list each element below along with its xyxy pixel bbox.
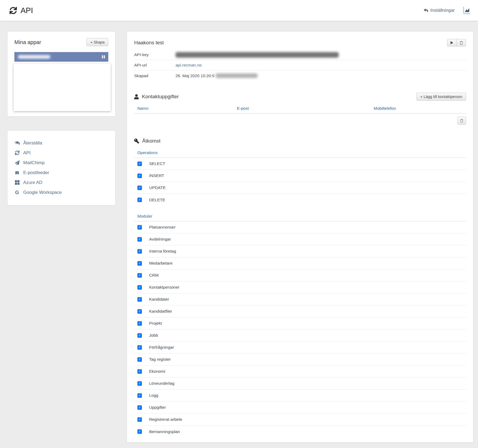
checkbox-checked[interactable]: ✓ (137, 297, 142, 302)
module-row[interactable]: ✓Jobb (134, 329, 466, 341)
module-row[interactable]: ✓Platsannonser (134, 221, 466, 233)
sidebar-item-mailchimp[interactable]: MailChimp (14, 158, 108, 168)
module-label: Kandidater (149, 297, 169, 302)
settings-link[interactable]: Inställningar (424, 8, 455, 13)
checkbox-checked[interactable]: ✓ (137, 261, 142, 266)
module-row[interactable]: ✓Kandidater (134, 293, 466, 305)
trash-icon (460, 41, 463, 45)
module-label: Logg (149, 393, 158, 398)
operation-row[interactable]: ✓ UPDATE (134, 182, 466, 194)
module-row[interactable]: ✓Projekt (134, 317, 466, 329)
app-details-table: API-key API-url api.recman.no Skapad 26.… (134, 50, 466, 81)
api-url-link[interactable]: api.recman.no (176, 63, 202, 68)
operation-label: DELETE (149, 198, 165, 202)
module-label: Medarbetare (149, 261, 173, 266)
paper-plane-icon (14, 160, 20, 165)
checkbox-checked[interactable]: ✓ (137, 174, 142, 178)
module-label: Bemanningsplan (149, 429, 180, 434)
contacts-col-mobile: Mobiltelefon (374, 106, 451, 111)
module-label: Förfrågningar (149, 345, 174, 350)
checkbox-checked[interactable]: ✓ (137, 285, 142, 290)
google-icon: G (14, 190, 20, 195)
checkbox-checked[interactable]: ✓ (137, 198, 142, 202)
module-row[interactable]: ✓Registrerat arbete (134, 414, 466, 426)
checkbox-checked[interactable]: ✓ (137, 225, 142, 230)
sidebar-item-aterstalla[interactable]: Återställa (14, 138, 108, 148)
checkbox-checked[interactable]: ✓ (137, 186, 142, 190)
app-detail-card: Haakons test API-key API-url api.recman.… (127, 31, 473, 443)
module-row[interactable]: ✓Bemanningsplan (134, 426, 466, 438)
contacts-col-name: Namn (137, 106, 237, 111)
module-row[interactable]: ✓Logg (134, 390, 466, 402)
checkbox-checked[interactable]: ✓ (137, 273, 142, 278)
integrations-nav-card: Återställa API MailChimp E-postfeeder (7, 130, 115, 206)
top-bar: API Inställningar (0, 0, 478, 21)
checkbox-checked[interactable]: ✓ (137, 357, 142, 362)
sync-icon (10, 7, 17, 14)
module-row[interactable]: ✓CRM (134, 269, 466, 281)
sidebar-item-label: MailChimp (23, 160, 45, 166)
operation-label: INSERT (149, 173, 164, 178)
module-row[interactable]: ✓Uppgifter (134, 402, 466, 414)
operation-label: SELECT (149, 161, 165, 166)
module-row[interactable]: ✓Kandidatfiler (134, 305, 466, 317)
delete-app-button[interactable] (456, 39, 466, 46)
chart-icon[interactable] (462, 6, 471, 15)
operations-label: Operations (134, 150, 466, 158)
module-label: Jobb (149, 333, 158, 338)
sidebar-item-azure-ad[interactable]: Azure AD (14, 178, 108, 187)
checkbox-checked[interactable]: ✓ (137, 249, 142, 254)
checkbox-checked[interactable]: ✓ (137, 429, 142, 434)
sidebar-item-label: API (23, 150, 30, 156)
api-url-label: API-url (134, 63, 176, 68)
module-row[interactable]: ✓Kontaktpersoner (134, 281, 466, 293)
operation-row[interactable]: ✓ DELETE (134, 194, 466, 206)
module-row[interactable]: ✓Löneunderlag (134, 378, 466, 390)
key-icon (134, 139, 139, 143)
my-apps-card: Mina appar + Skapa (7, 31, 115, 117)
module-row[interactable]: ✓Interna företag (134, 245, 466, 257)
module-label: Platsannonser (149, 225, 176, 230)
checkbox-checked[interactable]: ✓ (137, 393, 142, 398)
checkbox-checked[interactable]: ✓ (137, 369, 142, 374)
checkbox-checked[interactable]: ✓ (137, 381, 142, 386)
create-app-button[interactable]: + Skapa (86, 38, 108, 46)
checkbox-checked[interactable]: ✓ (137, 321, 142, 326)
module-label: Kandidatfiler (149, 309, 172, 314)
sidebar-item-api[interactable]: API (14, 148, 108, 158)
checkbox-checked[interactable]: ✓ (137, 237, 142, 242)
module-label: Interna företag (149, 249, 176, 254)
sidebar-item-epostfeeder[interactable]: E-postfeeder (14, 168, 108, 178)
checkbox-checked[interactable]: ✓ (137, 333, 142, 338)
selected-app-row[interactable] (14, 52, 108, 62)
delete-contact-button[interactable] (457, 117, 466, 125)
module-row[interactable]: ✓Avdelningar (134, 233, 466, 245)
redacted-created-by (216, 73, 258, 78)
checkbox-checked[interactable]: ✓ (137, 162, 142, 166)
operation-row[interactable]: ✓ SELECT (134, 158, 466, 170)
sidebar-item-google-workspace[interactable]: G Google Workspace (14, 187, 108, 197)
module-row[interactable]: ✓Ekonomi (134, 366, 466, 378)
module-label: Tag register (149, 357, 171, 362)
checkbox-checked[interactable]: ✓ (137, 309, 142, 314)
sync-icon (14, 151, 20, 155)
pause-icon[interactable] (102, 55, 105, 58)
add-contact-button[interactable]: + Lägg till kontaktperson (416, 93, 466, 101)
module-row[interactable]: ✓Förfrågningar (134, 341, 466, 353)
contacts-table: Namn E-post Mobiltelefon (134, 106, 466, 128)
operation-row[interactable]: ✓ INSERT (134, 170, 466, 182)
created-value: 26. Maj 2020 10:20:5 (176, 73, 214, 78)
sidebar-item-label: Google Workspace (23, 190, 62, 195)
sidebar-item-label: Återställa (23, 140, 42, 146)
checkbox-checked[interactable]: ✓ (137, 345, 142, 350)
module-row[interactable]: ✓Medarbetare (134, 257, 466, 269)
access-section-title: Åtkomst (142, 138, 161, 144)
checkbox-checked[interactable]: ✓ (137, 417, 142, 422)
module-row[interactable]: ✓Tag register (134, 353, 466, 366)
created-label: Skapad (134, 73, 176, 78)
run-app-button[interactable] (447, 39, 457, 46)
module-label: Uppgifter (149, 405, 166, 410)
checkbox-checked[interactable]: ✓ (137, 405, 142, 410)
detail-row-created: Skapad 26. Maj 2020 10:20:5 (134, 70, 466, 81)
envelope-icon (14, 171, 20, 175)
